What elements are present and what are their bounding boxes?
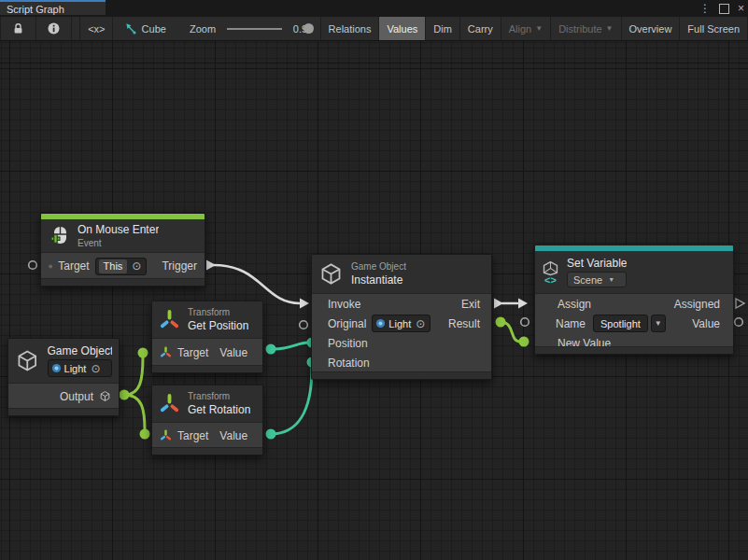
menu-icon[interactable]: ⋮	[699, 0, 711, 17]
node-footer	[8, 408, 119, 415]
chevron-down-icon: ▼	[535, 24, 543, 33]
node-title: Instantiate	[351, 273, 406, 287]
object-value-text: Light	[64, 363, 87, 374]
port-trigger-out[interactable]	[206, 260, 216, 271]
wire-getposition-value-to-position[interactable]	[271, 343, 308, 349]
close-icon[interactable]: ×	[738, 0, 744, 17]
port-original-in[interactable]	[300, 321, 308, 329]
gameobject-icon	[99, 390, 111, 402]
node-title: Get Position	[188, 319, 248, 332]
relations-button[interactable]: Relations	[320, 17, 380, 40]
inspect-button[interactable]	[36, 17, 72, 40]
target-port-label: Target	[177, 346, 208, 359]
port-invoke-in[interactable]	[300, 299, 309, 309]
port-value-out-getrotation[interactable]	[266, 429, 276, 440]
fullscreen-button[interactable]: Full Screen	[680, 17, 748, 40]
maximize-icon[interactable]	[719, 4, 729, 14]
target-value-text: This	[99, 259, 128, 273]
node-title: Set Variable	[567, 257, 627, 270]
target-port-label: Target	[58, 259, 89, 273]
target-value-chip[interactable]: This ⊙	[95, 258, 148, 275]
variable-kind-dropdown[interactable]: Scene ▼	[567, 272, 627, 287]
result-port-label: Result	[448, 317, 480, 330]
graph-canvas[interactable]: On Mouse Enter Event Target This ⊙ Trigg…	[0, 41, 748, 560]
value-port-label: Value	[692, 317, 720, 330]
wire-output-to-getposition-target[interactable]	[124, 357, 143, 395]
object-picker-icon[interactable]: ⊙	[414, 318, 427, 329]
lock-button[interactable]	[0, 17, 36, 40]
transform-icon	[159, 309, 180, 330]
value-port-label: Value	[219, 429, 247, 442]
carry-button[interactable]: Carry	[460, 17, 501, 40]
node-game-object[interactable]: Game Object Light ⊙ Output	[7, 338, 120, 416]
node-footer	[312, 371, 491, 379]
values-button[interactable]: Values	[379, 17, 426, 40]
port-target-in-getrotation[interactable]	[140, 429, 150, 440]
wire-result-to-newvalue[interactable]	[501, 322, 520, 342]
port-target-in-getposition[interactable]	[138, 348, 148, 358]
tab-script-graph[interactable]: Script Graph	[0, 0, 106, 15]
original-value-text: Light	[388, 318, 411, 329]
code-icon: <x>	[88, 23, 105, 35]
gameobject-icon	[15, 348, 40, 373]
target-port-label: Target	[177, 429, 208, 442]
wire-trigger-to-invoke[interactable]	[214, 265, 300, 303]
mouse-enter-icon	[48, 225, 70, 247]
node-subtitle: Event	[78, 238, 159, 248]
transform-icon	[160, 429, 172, 441]
distribute-button[interactable]: Distribute▼	[551, 17, 621, 40]
node-category: Transform	[188, 307, 248, 317]
node-title: Game Object	[48, 344, 112, 357]
unity-script-graph-window: Script Graph ⋮ × <x>	[0, 0, 748, 560]
name-port-label: Name	[556, 317, 586, 330]
object-value-chip[interactable]: Light ⊙	[48, 359, 112, 377]
script-graph-icon	[123, 21, 137, 35]
node-category: Game Object	[351, 261, 406, 272]
port-output-out[interactable]	[120, 390, 130, 400]
info-icon	[48, 22, 60, 35]
align-button[interactable]: Align▼	[501, 17, 551, 40]
node-instantiate[interactable]: Game Object Instantiate Invoke Exit Orig…	[311, 254, 492, 380]
object-picker-icon[interactable]: ⊙	[89, 363, 102, 374]
port-newvalue-in[interactable]	[519, 337, 529, 347]
node-footer	[152, 447, 262, 455]
port-assign-in[interactable]	[518, 299, 528, 309]
node-title: Get Rotation	[188, 403, 250, 416]
window-controls: ⋮ ×	[699, 0, 744, 17]
port-assigned-out[interactable]	[736, 299, 744, 308]
wire-output-to-getrotation-target[interactable]	[124, 395, 145, 430]
variable-name-dropdown[interactable]: ▼	[651, 315, 666, 332]
original-value-chip[interactable]: Light ⊙	[372, 315, 430, 332]
graph-asset[interactable]: Cube	[120, 17, 170, 40]
zoom-slider[interactable]	[227, 28, 282, 30]
rotation-port-label: Rotation	[328, 357, 370, 370]
node-get-position[interactable]: Transform Get Position Target Value	[151, 301, 263, 373]
output-port-label: Output	[60, 390, 93, 403]
wire-getrotation-value-to-rotation[interactable]	[271, 368, 312, 434]
port-value-out-setvariable[interactable]	[735, 318, 743, 327]
exit-port-label: Exit	[461, 298, 480, 311]
node-footer	[41, 278, 205, 286]
node-set-variable[interactable]: <> Set Variable Scene ▼ Assign Assigned …	[534, 245, 734, 355]
zoom-slider-knob[interactable]	[303, 23, 314, 34]
trigger-port-label: Trigger	[162, 259, 197, 273]
port-exit-out[interactable]	[494, 299, 503, 309]
port-target-in-onmouseenter[interactable]	[29, 261, 37, 270]
code-preview-button[interactable]: <x>	[79, 17, 113, 40]
dim-button[interactable]: Dim	[426, 17, 460, 40]
chevron-down-icon: ▼	[608, 276, 614, 283]
variable-name-chip[interactable]: Spotlight	[593, 315, 648, 332]
original-port-label: Original	[328, 317, 366, 330]
light-object-icon	[375, 318, 386, 329]
port-result-out[interactable]	[496, 317, 506, 328]
node-get-rotation[interactable]: Transform Get Rotation Target Value	[151, 385, 263, 455]
port-name-in[interactable]	[521, 318, 529, 327]
light-object-icon	[51, 363, 62, 373]
node-footer	[152, 365, 262, 372]
zoom-label: Zoom	[186, 17, 219, 40]
position-port-label: Position	[328, 337, 368, 350]
port-value-out-getposition[interactable]	[266, 344, 276, 355]
overview-button[interactable]: Overview	[622, 17, 681, 40]
object-picker-icon[interactable]: ⊙	[130, 260, 143, 272]
node-on-mouse-enter[interactable]: On Mouse Enter Event Target This ⊙ Trigg…	[40, 213, 205, 287]
